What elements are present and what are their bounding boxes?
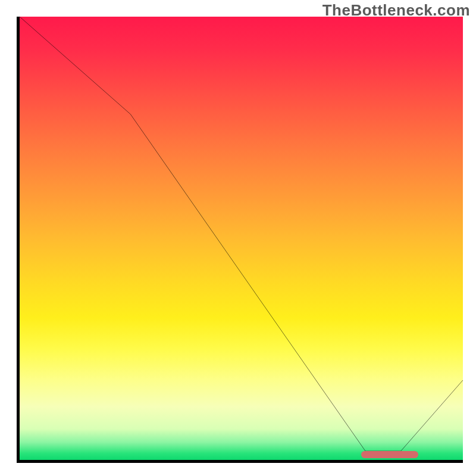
plot-area: [17, 17, 463, 463]
curve-path: [20, 17, 463, 451]
bottleneck-curve: [20, 17, 463, 460]
optimal-range-marker: [361, 451, 419, 458]
chart-container: TheBottleneck.com: [0, 0, 476, 476]
